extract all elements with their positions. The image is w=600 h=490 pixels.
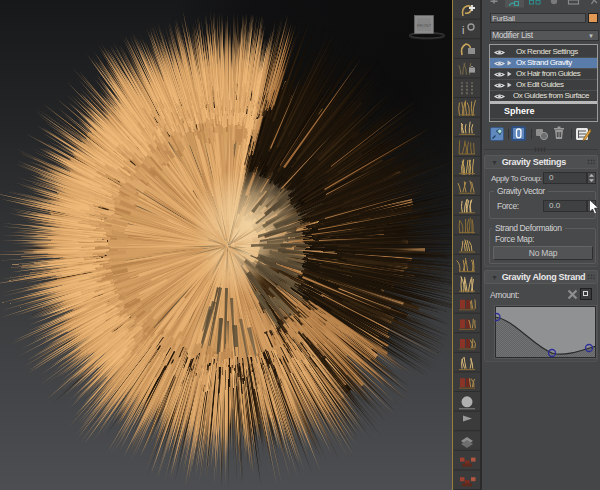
svg-text:FRONT: FRONT [417,23,432,28]
svg-text:i: i [462,24,464,36]
